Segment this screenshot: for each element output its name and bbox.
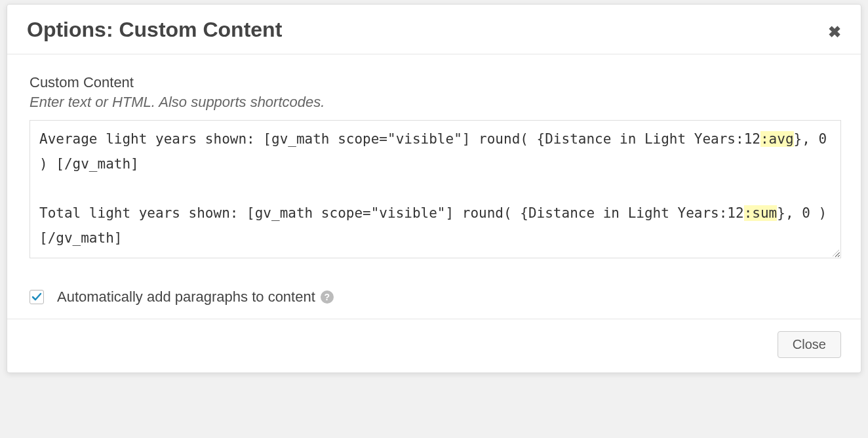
text-segment: Average light years shown: [gv_math scop… — [39, 131, 760, 147]
text-segment: Total light years shown: [gv_math scope=… — [39, 205, 744, 221]
modal-title: Options: Custom Content — [27, 18, 841, 42]
auto-paragraph-label-text: Automatically add paragraphs to content — [57, 289, 315, 306]
options-custom-content-modal: Options: Custom Content ✖ Custom Content… — [7, 4, 861, 373]
modal-footer: Close — [7, 319, 861, 372]
modal-body: Custom Content Enter text or HTML. Also … — [7, 54, 861, 319]
custom-content-description: Enter text or HTML. Also supports shortc… — [30, 94, 841, 111]
modal-header: Options: Custom Content ✖ — [7, 5, 861, 54]
checkmark-icon — [31, 292, 42, 302]
close-icon[interactable]: ✖ — [828, 23, 841, 41]
highlight-sum: :sum — [744, 205, 778, 221]
textarea-content: Average light years shown: [gv_math scop… — [39, 127, 831, 251]
close-button[interactable]: Close — [778, 331, 841, 358]
help-icon[interactable]: ? — [321, 290, 334, 304]
auto-paragraph-label[interactable]: Automatically add paragraphs to content … — [57, 289, 334, 306]
auto-paragraph-checkbox[interactable] — [30, 290, 44, 304]
auto-paragraph-row: Automatically add paragraphs to content … — [30, 289, 841, 306]
highlight-avg: :avg — [760, 131, 794, 147]
custom-content-label: Custom Content — [30, 74, 841, 91]
svg-line-0 — [833, 250, 839, 256]
resize-grip-icon[interactable] — [831, 249, 839, 256]
svg-line-1 — [835, 252, 839, 256]
custom-content-textarea[interactable]: Average light years shown: [gv_math scop… — [30, 120, 841, 258]
svg-line-2 — [838, 255, 839, 256]
